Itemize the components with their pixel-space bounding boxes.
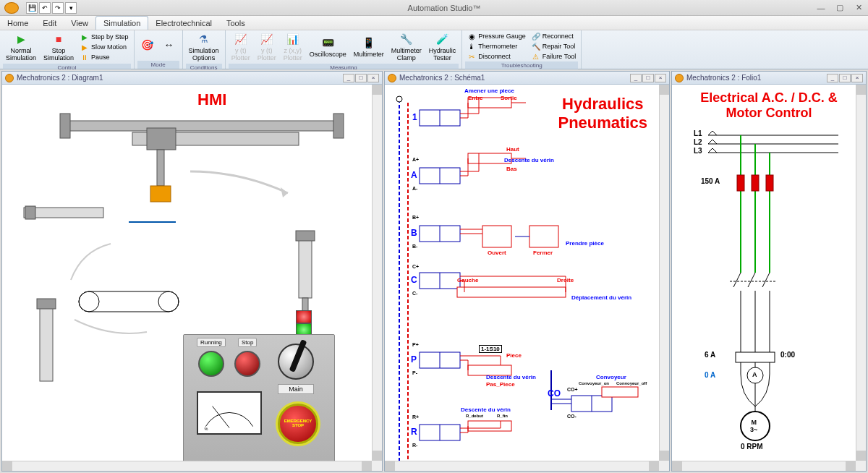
svg-rect-43 [457, 287, 566, 297]
ammeter-reading: 0 A [705, 371, 715, 379]
pressure-gauge-button[interactable]: ◉Pressure Gauge [465, 31, 528, 41]
scrollbar-vertical[interactable] [659, 85, 669, 461]
pane-max-button[interactable]: □ [839, 74, 851, 82]
disconnect-button[interactable]: ✂Disconnect [465, 51, 528, 61]
tab-simulation[interactable]: Simulation [95, 16, 148, 30]
svg-marker-7 [281, 187, 288, 197]
pane-electrical: Mechatronics 2 : Folio1 _□× Electrical A… [671, 71, 867, 472]
group-control: ▶Normal Simulation ■Stop Simulation ▶Ste… [0, 30, 135, 69]
group-troubleshooting: ◉Pressure Gauge 🌡Thermometer ✂Disconnect… [462, 30, 582, 69]
hydraulics-schematic [385, 85, 662, 471]
stop-simulation-button[interactable]: ■Stop Simulation [41, 31, 77, 64]
selector-switch[interactable] [278, 344, 314, 380]
svg-rect-1 [60, 114, 70, 138]
group-measuring: 📈y (t) Plotter 📈y (t) Plotter 📊z (x,y) P… [226, 30, 463, 69]
window-title: Automation Studio™ [77, 4, 812, 12]
hydraulic-tester-button[interactable]: 🧪Hydraulic Tester [426, 31, 459, 64]
maximize-button[interactable]: ▢ [830, 1, 849, 15]
svg-rect-55 [752, 175, 759, 191]
svg-rect-12 [296, 231, 315, 241]
pane-title-bar[interactable]: Mechatronics 2 : Diagram1 _□× [2, 72, 382, 85]
pane-logo-icon [5, 74, 14, 82]
scrollbar-horizontal[interactable] [2, 461, 372, 471]
pane-min-button[interactable]: _ [630, 74, 642, 82]
svg-point-22 [396, 96, 402, 102]
stop-button[interactable] [234, 351, 260, 377]
step-by-step-button[interactable]: ▶Step by Step [78, 32, 131, 42]
workspace: Mechatronics 2 : Diagram1 _□× HMI [0, 69, 868, 473]
svg-line-59 [748, 273, 755, 287]
svg-rect-46 [602, 387, 638, 397]
pane-min-button[interactable]: _ [827, 74, 838, 82]
repair-tool-button[interactable]: 🔨Repair Tool [529, 41, 578, 51]
pane-close-button[interactable]: × [367, 74, 379, 82]
app-logo-icon [4, 2, 19, 14]
pane-close-button[interactable]: × [655, 74, 666, 82]
scrollbar-vertical[interactable] [856, 85, 866, 461]
analog-meter: % [197, 391, 262, 435]
group-mode: 🎯 ↔ Mode [135, 30, 183, 69]
svg-rect-9 [25, 206, 35, 219]
tab-edit[interactable]: Edit [35, 17, 64, 30]
slow-motion-button[interactable]: ▶Slow Motion [78, 42, 131, 52]
qat-button[interactable]: ▾ [65, 2, 77, 14]
stop-label: Stop [238, 338, 257, 347]
pane-title-bar[interactable]: Mechatronics 2 : Schéma1 _□× [385, 72, 669, 85]
failure-tool-button[interactable]: ⚠Failure Tool [529, 51, 578, 61]
tab-electrotechnical[interactable]: Electrotechnical [148, 17, 219, 30]
svg-rect-17 [37, 299, 56, 309]
quick-access-toolbar: 💾 ↶ ↷ ▾ [26, 2, 77, 14]
pane-title-text: Mechatronics 2 : Diagram1 [17, 74, 103, 82]
svg-rect-2 [333, 114, 344, 138]
reconnect-button[interactable]: 🔗Reconnect [529, 31, 578, 41]
tab-view[interactable]: View [64, 17, 95, 30]
svg-rect-11 [299, 233, 312, 298]
normal-simulation-button[interactable]: ▶Normal Simulation [3, 31, 39, 64]
mode-button-2[interactable]: ↔ [159, 37, 179, 55]
svg-rect-4 [147, 128, 176, 150]
pane-hmi: Mechatronics 2 : Diagram1 _□× HMI [1, 71, 383, 472]
pane-close-button[interactable]: × [851, 74, 863, 82]
pane-title-bar[interactable]: Mechatronics 2 : Folio1 _□× [672, 72, 866, 85]
simulation-options-button[interactable]: ⚗Simulation Options [186, 31, 222, 64]
electrical-canvas[interactable]: Electrical A.C. / D.C. & Motor Control [672, 85, 866, 471]
emergency-stop-button[interactable]: EMERGENCYSTOP [278, 404, 318, 444]
rpm-reading: 0 RPM [741, 443, 763, 451]
hmi-canvas[interactable]: HMI [2, 85, 382, 471]
running-button[interactable] [198, 351, 224, 377]
scrollbar-horizontal[interactable] [385, 461, 659, 471]
qat-button[interactable]: ↶ [39, 2, 51, 14]
pane-title-text: Mechatronics 2 : Schéma1 [399, 74, 485, 82]
tab-tools[interactable]: Tools [219, 17, 252, 30]
qat-button[interactable]: 💾 [26, 2, 38, 14]
thermometer-button[interactable]: 🌡Thermometer [465, 41, 528, 51]
pane-hydraulics: Mechatronics 2 : Schéma1 _□× Hydraulics … [384, 71, 670, 472]
pane-title-text: Mechatronics 2 : Folio1 [686, 74, 761, 82]
minimize-button[interactable]: — [812, 1, 830, 15]
y-plotter-button[interactable]: 📈y (t) Plotter [229, 31, 253, 64]
svg-rect-0 [67, 121, 335, 131]
mode-button[interactable]: 🎯 [137, 37, 158, 55]
hydraulics-canvas[interactable]: Hydraulics Pneumatics [385, 85, 669, 471]
pane-max-button[interactable]: □ [355, 74, 367, 82]
pane-logo-icon [675, 74, 684, 82]
pane-min-button[interactable]: _ [343, 74, 354, 82]
tab-home[interactable]: Home [0, 17, 35, 30]
ribbon-tabs: Home Edit View Simulation Electrotechnic… [0, 16, 868, 30]
svg-rect-6 [150, 186, 171, 202]
clamp-button[interactable]: 🔧Multimeter Clamp [388, 31, 425, 64]
pane-max-button[interactable]: □ [642, 74, 654, 82]
oscilloscope-button[interactable]: 📟Oscilloscope [307, 35, 349, 60]
qat-button[interactable]: ↷ [52, 2, 64, 14]
svg-rect-64 [736, 352, 775, 362]
close-button[interactable]: ✕ [849, 1, 868, 15]
y-plotter-2-button[interactable]: 📈y (t) Plotter [255, 31, 279, 64]
svg-text:%: % [204, 427, 208, 431]
scrollbar-vertical[interactable] [372, 85, 382, 461]
z-plotter-button[interactable]: 📊z (x,y) Plotter [281, 31, 305, 64]
multimeter-button[interactable]: 📱Multimeter [351, 35, 387, 60]
control-panel: Running Stop Main % EMERGENCYSTOP [183, 334, 335, 464]
scrollbar-horizontal[interactable] [672, 461, 856, 471]
stack-light-red [296, 310, 312, 323]
pause-button[interactable]: ⏸Pause [78, 52, 131, 62]
